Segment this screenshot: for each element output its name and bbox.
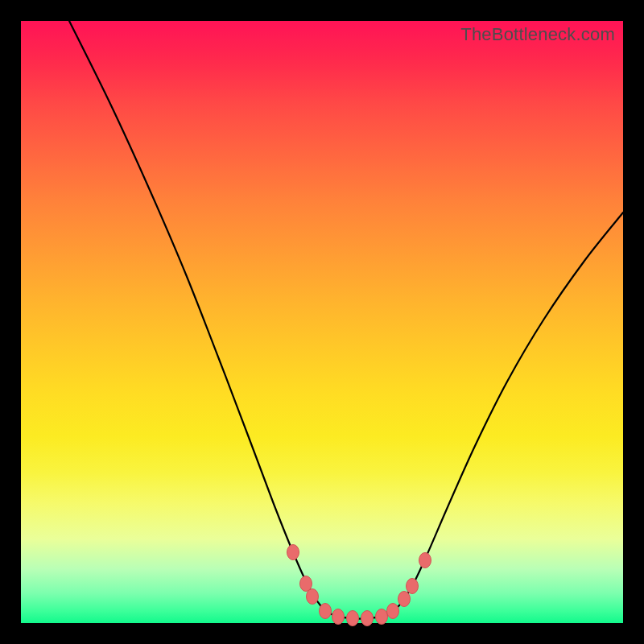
curve-marker xyxy=(407,579,419,594)
curve-markers xyxy=(287,545,431,626)
curve-marker xyxy=(387,604,399,619)
bottleneck-curve xyxy=(69,21,623,619)
curve-marker xyxy=(307,589,319,605)
curve-marker xyxy=(287,545,299,560)
curve-marker xyxy=(347,611,359,626)
curve-marker xyxy=(320,604,332,619)
curve-marker xyxy=(332,609,345,625)
outer-frame: TheBottleneck.com xyxy=(0,0,644,644)
chart-svg xyxy=(21,21,623,623)
plot-area: TheBottleneck.com xyxy=(21,21,623,623)
curve-marker xyxy=(398,592,411,607)
curve-marker xyxy=(419,553,431,568)
curve-marker xyxy=(376,609,388,625)
curve-marker xyxy=(361,611,374,626)
